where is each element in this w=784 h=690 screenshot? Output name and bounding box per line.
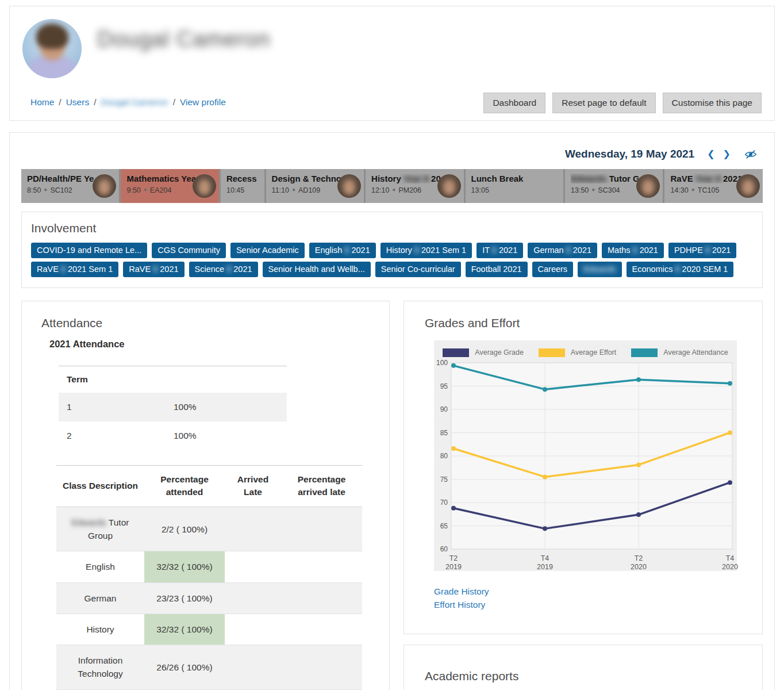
involvement-tag[interactable]: Maths 8 2021 [602, 243, 664, 258]
class-description-cell: German [56, 582, 144, 614]
teacher-avatar [193, 174, 216, 198]
involvement-tag[interactable]: PDHPE 8 2021 [668, 243, 736, 258]
breadcrumb-separator: / [94, 97, 96, 107]
attendance-subtitle: 2021 Attendance [49, 339, 378, 350]
x-tick-label: T42020 [722, 554, 738, 571]
involvement-tag[interactable]: Careers [532, 262, 574, 277]
period-time: 13:50 [571, 186, 589, 194]
timetable-period[interactable]: Recess10:45 [221, 169, 264, 203]
chevron-left-icon[interactable]: ❮ [707, 150, 714, 159]
involvement-tag[interactable]: IT 8 2021 [476, 243, 523, 258]
y-tick-label: 95 [440, 382, 448, 390]
period-title: Recess [226, 174, 259, 183]
attendance-card: Attendance 2021 Attendance Term 1100%210… [21, 301, 390, 690]
text-segment: 8 [492, 246, 497, 255]
timetable-period[interactable]: History Year 8 2012:10●PM206 [366, 169, 463, 203]
breadcrumb-link[interactable]: Users [66, 97, 89, 107]
timetable-period[interactable]: Design & Techno11:10●AD109 [266, 169, 364, 203]
period-room: SC304 [598, 186, 620, 194]
line-chart-plot: 6065707580859095100T22019T42019T22020T42… [434, 361, 737, 571]
text-segment: 2021 [349, 246, 370, 255]
text-segment: Mathematics Yea [126, 174, 196, 183]
period-time: 8:50 [27, 186, 41, 194]
text-segment: Year 8 [695, 174, 721, 183]
academic-reports-title: Academic reports [425, 669, 762, 683]
col-header-class-description: Class Description [56, 466, 144, 507]
arrived-late-cell [225, 614, 281, 645]
dot-separator: ● [691, 186, 695, 193]
timetable-period[interactable]: RaVE Year 8 202114:30●TC105 [664, 169, 762, 203]
breadcrumb: Home/Users/Dougal Cameron/View profile [30, 97, 226, 108]
data-point [636, 377, 641, 382]
eye-slash-icon[interactable] [744, 150, 757, 159]
timetable-period[interactable]: PD/Health/PE Ye8:50●SC102 [21, 169, 119, 203]
legend-label: Average Effort [571, 348, 616, 356]
text-segment: 2021 [710, 246, 731, 255]
text-segment: RaVE [37, 264, 61, 274]
text-segment: German [533, 246, 566, 255]
table-row: German23/23 ( 100%) [56, 582, 362, 614]
class-description-cell: Information Technology [56, 645, 144, 690]
legend-item[interactable]: Average Grade [443, 348, 524, 357]
involvement-tag[interactable]: RaVE 8 2021 Sem 1 [31, 262, 118, 277]
breadcrumb-link[interactable]: View profile [180, 97, 226, 107]
text-segment: Senior Co-curricular [381, 264, 455, 274]
data-point [728, 480, 732, 485]
y-tick-label: 60 [440, 545, 448, 553]
text-segment: Maths [608, 246, 633, 255]
arrived-late-cell [225, 507, 281, 551]
term-row: 1100% [59, 393, 287, 421]
effort-history-link[interactable]: Effort History [434, 598, 762, 611]
involvement-title: Involvement [31, 221, 753, 235]
involvement-tag[interactable]: RaVE 8 2021 [123, 262, 184, 277]
class-description-cell: English [56, 551, 144, 582]
reset-page-to-default-button[interactable]: Reset page to default [552, 93, 655, 113]
data-point [451, 363, 456, 368]
involvement-tag[interactable]: Science 8 2021 [189, 262, 258, 277]
involvement-tag[interactable]: English 8 2021 [309, 243, 376, 258]
breadcrumb-link[interactable]: Dougal Cameron [101, 97, 168, 107]
dashboard-button[interactable]: Dashboard [483, 93, 545, 113]
dot-separator: ● [591, 186, 595, 193]
timetable-period[interactable]: Lunch Break13:05 [466, 169, 563, 203]
text-segment: 2021 [637, 246, 658, 255]
involvement-tag[interactable]: Senior Academic [230, 243, 305, 258]
data-point [543, 526, 547, 531]
text-segment: 2021 [157, 264, 178, 274]
table-row: History32/32 ( 100%) [56, 614, 362, 645]
involvement-tag[interactable]: Edwards [578, 262, 621, 277]
text-segment: 2021 [231, 264, 252, 274]
involvement-tag[interactable]: Economics 8 2020 SEM 1 [627, 262, 734, 277]
text-segment: Edwards [571, 174, 607, 183]
text-segment: English [315, 246, 345, 255]
period-room: PM206 [398, 186, 421, 194]
customise-this-page-button[interactable]: Customise this page [663, 93, 762, 113]
period-details: 13:05 [471, 186, 558, 194]
profile-header-card: Dougal Cameron Home/Users/Dougal Cameron… [9, 6, 775, 121]
breadcrumb-link[interactable]: Home [30, 97, 54, 107]
x-tick-label: T42019 [537, 554, 553, 571]
involvement-tag[interactable]: History 8 2021 Sem 1 [381, 243, 472, 258]
timetable-period[interactable]: Mathematics Yea9:50●EA204 [121, 169, 218, 203]
legend-item[interactable]: Average Effort [539, 348, 616, 357]
involvement-tag[interactable]: German 8 2021 [528, 243, 597, 258]
avatar-face [98, 180, 110, 195]
involvement-tag[interactable]: Football 2021 [466, 262, 528, 277]
text-segment: 8 [675, 264, 679, 274]
grade-history-link[interactable]: Grade History [434, 585, 762, 598]
data-point [543, 387, 547, 392]
period-time: 9:50 [126, 186, 140, 194]
involvement-tag[interactable]: Senior Health and Wellb... [263, 262, 371, 277]
legend-swatch [539, 348, 565, 357]
percentage-attended-cell: 26/26 ( 100%) [144, 645, 225, 690]
y-tick-label: 70 [440, 499, 448, 507]
involvement-tag[interactable]: Senior Co-curricular [375, 262, 461, 277]
timetable-period[interactable]: Edwards Tutor Gr13:50●SC304 [565, 169, 663, 203]
involvement-tag[interactable]: CGS Community [152, 243, 226, 258]
involvement-tag[interactable]: COVID-19 and Remote Le... [31, 243, 147, 258]
class-attendance-table: Class Description Percentage attended Ar… [56, 465, 362, 690]
y-tick-label: 90 [440, 405, 448, 413]
chevron-right-icon[interactable]: ❯ [723, 150, 731, 159]
legend-item[interactable]: Average Attendance [631, 348, 728, 357]
text-segment: History [371, 174, 403, 183]
